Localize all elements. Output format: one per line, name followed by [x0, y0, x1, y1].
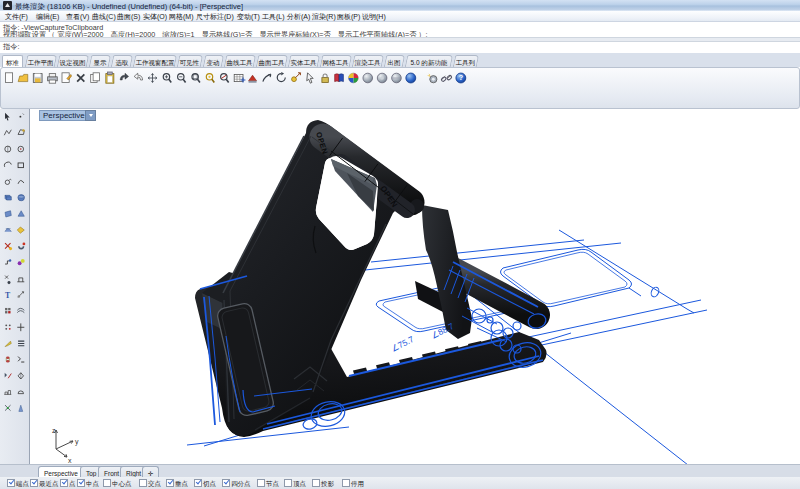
svg-text:∠75.7: ∠75.7	[389, 334, 415, 354]
svg-text:z: z	[52, 427, 56, 434]
svg-text:?: ?	[459, 73, 463, 82]
svg-text:∠88.7: ∠88.7	[429, 321, 455, 341]
svg-text:T: T	[5, 291, 11, 300]
svg-text:x: x	[68, 457, 72, 464]
svg-text:y: y	[75, 438, 79, 446]
